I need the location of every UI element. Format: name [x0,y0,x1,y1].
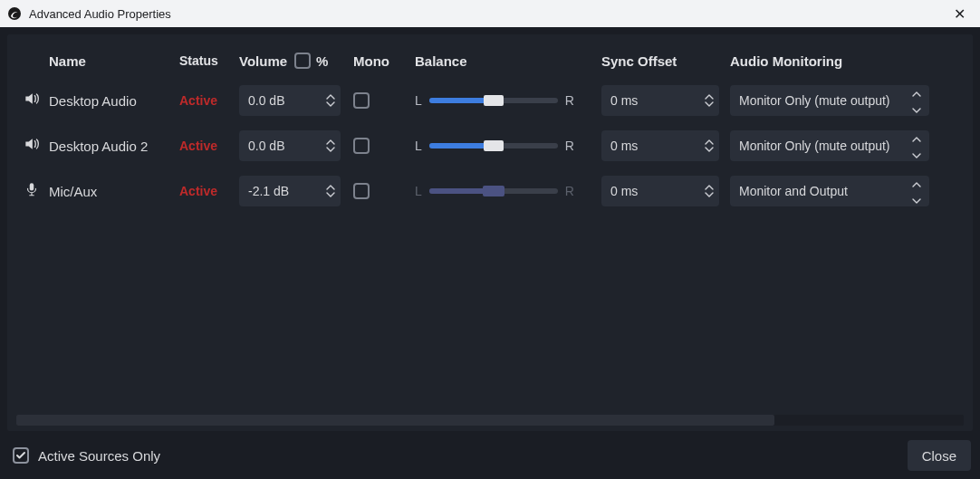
speaker-icon [23,135,41,157]
volume-spinbox[interactable]: -2.1 dB [239,176,341,206]
volume-percent-label: % [316,53,328,69]
audio-grid: Name Status Volume % Mono Balance Sync O… [16,43,964,411]
source-status: Active [179,93,239,108]
chevron-down-icon[interactable] [326,147,335,152]
chevron-down-icon[interactable] [326,192,335,197]
sync-offset-spinbox[interactable]: 0 ms [601,85,719,116]
col-header-name: Name [47,53,179,69]
audio-monitoring-value: Monitor Only (mute output) [739,93,909,108]
chevron-up-icon[interactable] [326,139,335,145]
balance-right-label: R [565,184,574,198]
svg-rect-1 [30,183,34,190]
col-header-mono: Mono [348,53,415,69]
active-sources-only-label: Active Sources Only [38,448,160,464]
chevron-up-icon [912,85,921,100]
volume-value: 0.0 dB [239,93,321,108]
chevron-down-icon[interactable] [705,192,714,197]
volume-percent-checkbox[interactable] [294,53,311,69]
col-header-status: Status [179,53,239,68]
svg-point-0 [8,7,21,20]
sync-offset-spinbox[interactable]: 0 ms [601,176,719,206]
mono-checkbox[interactable] [353,183,370,199]
balance-slider[interactable]: L R [415,93,601,108]
dialog-footer: Active Sources Only Close [0,435,980,476]
audio-monitoring-select[interactable]: Monitor Only (mute output) [730,85,929,116]
audio-monitoring-select[interactable]: Monitor Only (mute output) [730,130,929,161]
audio-monitoring-value: Monitor Only (mute output) [739,139,909,153]
microphone-icon [24,181,40,201]
chevron-up-icon[interactable] [326,94,335,100]
window-title: Advanced Audio Properties [29,7,948,21]
volume-spinbox[interactable]: 0.0 dB [239,85,341,116]
source-name: Desktop Audio [47,93,179,109]
titlebar: Advanced Audio Properties ✕ [0,0,980,27]
balance-slider[interactable]: L R [415,139,601,153]
window-close-button[interactable]: ✕ [948,4,971,24]
sync-offset-value: 0 ms [601,93,699,108]
audio-monitoring-value: Monitor and Output [739,184,909,198]
balance-slider[interactable]: L R [415,184,601,198]
app-logo-icon [7,6,22,21]
chevron-up-icon[interactable] [705,139,714,145]
volume-value: -2.1 dB [239,184,321,198]
balance-left-label: L [415,184,422,198]
sync-offset-value: 0 ms [601,184,699,198]
chevron-down-icon [912,147,921,161]
volume-spinbox[interactable]: 0.0 dB [239,130,341,161]
grid-header-row: Name Status Volume % Mono Balance Sync O… [16,43,964,78]
chevron-up-icon[interactable] [705,94,714,100]
close-button[interactable]: Close [908,440,971,471]
mono-checkbox[interactable] [353,138,370,154]
source-status: Active [179,184,239,198]
source-name: Mic/Aux [47,184,179,199]
chevron-down-icon[interactable] [326,101,335,107]
source-status: Active [179,139,239,153]
active-sources-only-checkbox[interactable] [13,447,29,464]
balance-left-label: L [415,93,422,108]
chevron-up-icon[interactable] [326,185,335,190]
audio-source-row: Desktop Audio 2 Active 0.0 dB L R 0 ms M [16,123,964,168]
audio-source-row: Mic/Aux Active -2.1 dB L R 0 ms Monitor [16,168,964,214]
balance-right-label: R [565,139,574,153]
audio-monitoring-select[interactable]: Monitor and Output [730,176,929,206]
chevron-down-icon [912,192,921,206]
source-name: Desktop Audio 2 [47,139,179,154]
chevron-up-icon [912,130,921,145]
audio-source-row: Desktop Audio Active 0.0 dB L R 0 ms Mon [16,78,964,123]
chevron-down-icon [912,101,921,116]
col-header-balance: Balance [415,53,601,69]
audio-properties-panel: Name Status Volume % Mono Balance Sync O… [7,34,973,431]
chevron-up-icon [912,176,921,190]
speaker-icon [23,90,41,111]
balance-left-label: L [415,139,422,153]
chevron-up-icon[interactable] [705,185,714,190]
balance-right-label: R [565,93,574,108]
chevron-down-icon[interactable] [705,147,714,152]
mono-checkbox[interactable] [353,92,370,109]
col-header-sync: Sync Offset [601,53,730,69]
chevron-down-icon[interactable] [705,101,714,107]
sync-offset-value: 0 ms [601,139,699,153]
col-header-monitoring: Audio Monitoring [730,53,938,69]
volume-value: 0.0 dB [239,139,321,153]
col-header-volume: Volume % [239,53,348,69]
horizontal-scrollbar[interactable] [16,415,964,426]
sync-offset-spinbox[interactable]: 0 ms [601,130,719,161]
volume-header-label: Volume [239,53,287,69]
